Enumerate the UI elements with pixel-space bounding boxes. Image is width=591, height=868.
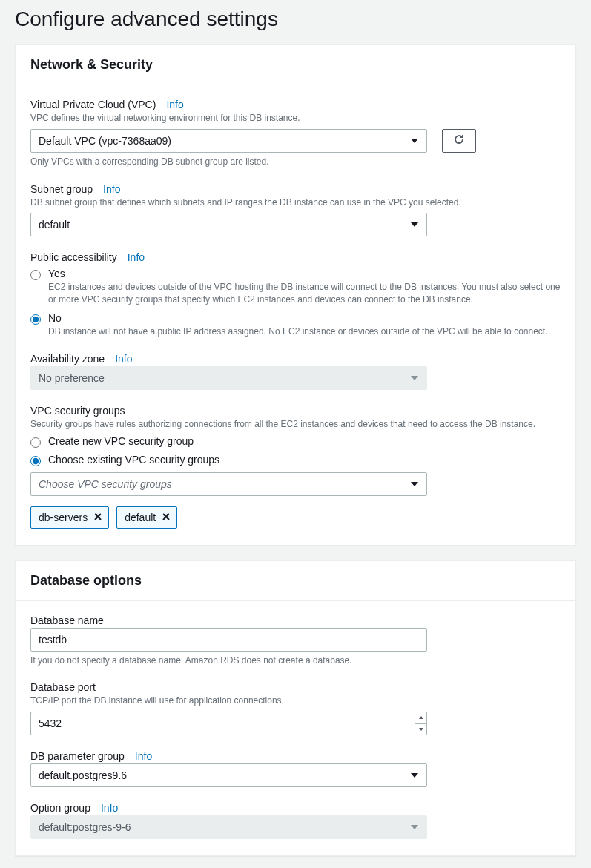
chevron-down-icon xyxy=(411,825,418,829)
security-groups-group: VPC security groups Security groups have… xyxy=(30,405,561,529)
sg-create-label: Create new VPC security group xyxy=(48,435,561,447)
optiongroup-select: default:postgres-9-6 xyxy=(30,815,427,839)
chevron-down-icon xyxy=(411,139,418,143)
az-label: Availability zone xyxy=(30,353,105,365)
sg-tag-label: default xyxy=(125,511,156,523)
chevron-down-icon xyxy=(411,376,418,380)
public-yes-option[interactable]: Yes EC2 instances and devices outside of… xyxy=(30,268,561,306)
subnet-label: Subnet group xyxy=(30,183,93,195)
database-options-panel: Database options Database name If you do… xyxy=(15,560,576,857)
dbname-label: Database name xyxy=(30,614,104,626)
dbport-group: Database port TCP/IP port the DB instanc… xyxy=(30,681,561,735)
sg-tags-row: db-servers default xyxy=(30,506,561,529)
dbname-hint: If you do not specify a database name, A… xyxy=(30,655,561,667)
sg-choose-option[interactable]: Choose existing VPC security groups xyxy=(30,454,561,466)
sg-select[interactable]: Choose VPC security groups xyxy=(30,472,427,496)
chevron-up-icon xyxy=(419,716,423,719)
chevron-down-icon xyxy=(411,773,418,778)
refresh-button[interactable] xyxy=(442,129,476,153)
sg-select-placeholder: Choose VPC security groups xyxy=(39,478,172,490)
subnet-info-link[interactable]: Info xyxy=(103,183,120,195)
refresh-icon xyxy=(453,133,465,148)
close-icon xyxy=(93,511,102,523)
az-group: Availability zone Info No preference xyxy=(30,353,561,390)
public-no-desc: DB instance will not have a public IP ad… xyxy=(48,325,561,338)
sg-choose-label: Choose existing VPC security groups xyxy=(48,454,561,466)
subnet-desc: DB subnet group that defines which subne… xyxy=(30,196,561,209)
public-no-label: No xyxy=(48,312,561,324)
optiongroup-group: Option group Info default:postgres-9-6 xyxy=(30,802,561,839)
subnet-select-value: default xyxy=(39,219,70,231)
paramgroup-select-value: default.postgres9.6 xyxy=(39,769,127,781)
vpc-info-link[interactable]: Info xyxy=(166,99,183,110)
chevron-down-icon xyxy=(411,482,418,486)
sg-desc: Security groups have rules authorizing c… xyxy=(30,418,561,431)
network-security-panel: Network & Security Virtual Private Cloud… xyxy=(15,44,576,546)
sg-tag-label: db-servers xyxy=(39,511,88,523)
public-no-option[interactable]: No DB instance will not have a public IP… xyxy=(30,312,561,338)
page-title: Configure advanced settings xyxy=(15,7,576,31)
vpc-select-value: Default VPC (vpc-7368aa09) xyxy=(39,135,171,147)
sg-label: VPC security groups xyxy=(30,405,125,417)
dbport-input[interactable] xyxy=(30,712,427,735)
dbname-input[interactable] xyxy=(30,628,427,652)
dbport-increment-button[interactable] xyxy=(415,712,426,724)
az-select: No preference xyxy=(30,366,427,390)
dbname-group: Database name If you do not specify a da… xyxy=(30,614,561,667)
vpc-hint: Only VPCs with a corresponding DB subnet… xyxy=(30,156,561,168)
sg-tag-remove-button[interactable] xyxy=(162,511,171,523)
optiongroup-select-value: default:postgres-9-6 xyxy=(39,821,131,833)
database-options-heading: Database options xyxy=(30,573,561,589)
sg-create-option[interactable]: Create new VPC security group xyxy=(30,435,561,448)
public-yes-radio[interactable] xyxy=(30,270,41,280)
public-info-link[interactable]: Info xyxy=(128,251,145,263)
sg-create-radio[interactable] xyxy=(30,437,41,448)
dbport-label: Database port xyxy=(30,681,96,693)
public-accessibility-group: Public accessibility Info Yes EC2 instan… xyxy=(30,251,561,337)
az-info-link[interactable]: Info xyxy=(115,353,132,365)
public-no-radio[interactable] xyxy=(30,314,41,325)
public-label: Public accessibility xyxy=(30,251,117,263)
dbport-desc: TCP/IP port the DB instance will use for… xyxy=(30,695,561,707)
sg-choose-radio[interactable] xyxy=(30,456,41,466)
public-yes-desc: EC2 instances and devices outside of the… xyxy=(48,281,561,306)
subnet-select[interactable]: default xyxy=(30,213,427,236)
optiongroup-label: Option group xyxy=(30,802,90,814)
sg-tag: default xyxy=(116,506,177,529)
chevron-down-icon xyxy=(411,222,418,227)
vpc-desc: VPC defines the virtual networking envir… xyxy=(30,112,561,125)
network-security-heading: Network & Security xyxy=(30,57,561,73)
paramgroup-group: DB parameter group Info default.postgres… xyxy=(30,750,561,787)
subnet-group: Subnet group Info DB subnet group that d… xyxy=(30,183,561,237)
close-icon xyxy=(162,511,171,523)
dbport-decrement-button[interactable] xyxy=(415,724,426,735)
public-yes-label: Yes xyxy=(48,268,561,279)
sg-tag-remove-button[interactable] xyxy=(93,511,102,523)
sg-tag: db-servers xyxy=(30,506,109,529)
paramgroup-info-link[interactable]: Info xyxy=(135,750,152,762)
chevron-down-icon xyxy=(419,728,423,731)
az-select-value: No preference xyxy=(39,372,105,384)
optiongroup-info-link[interactable]: Info xyxy=(101,802,118,814)
paramgroup-select[interactable]: default.postgres9.6 xyxy=(30,763,427,787)
vpc-select[interactable]: Default VPC (vpc-7368aa09) xyxy=(30,129,427,153)
vpc-label: Virtual Private Cloud (VPC) xyxy=(30,99,156,110)
vpc-group: Virtual Private Cloud (VPC) Info VPC def… xyxy=(30,99,561,168)
paramgroup-label: DB parameter group xyxy=(30,750,125,762)
